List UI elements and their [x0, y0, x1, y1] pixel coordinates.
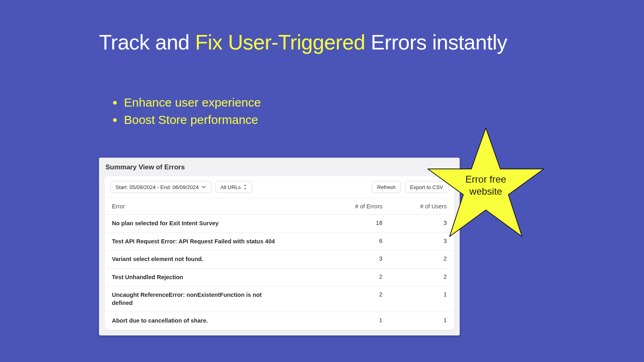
- refresh-button[interactable]: Refresh: [372, 181, 401, 193]
- table-row[interactable]: No plan selected for Exit Intent Survey …: [105, 214, 454, 232]
- feature-bullet-list: Enhance user experience Boost Store perf…: [112, 94, 261, 128]
- cell-error: No plan selected for Exit Intent Survey: [112, 220, 281, 228]
- chevron-down-icon: [201, 185, 206, 189]
- sort-icon: [243, 184, 247, 190]
- url-filter-select[interactable]: All URLs: [215, 181, 253, 193]
- cell-num-errors: 2: [318, 274, 382, 280]
- cell-num-users: 1: [382, 291, 447, 298]
- headline-part2: Errors instantly: [365, 31, 507, 54]
- cell-num-users: 1: [382, 317, 447, 323]
- cell-num-errors: 3: [318, 255, 382, 262]
- cell-num-errors: 1: [318, 317, 382, 323]
- cell-error: Test Unhandled Rejection: [112, 274, 281, 282]
- cell-num-errors: 6: [318, 238, 382, 244]
- page-headline: Track and Fix User-Triggered Errors inst…: [99, 28, 518, 56]
- errors-card: Start: 05/09/2024 - End: 06/09/2024 All …: [105, 176, 454, 330]
- table-row[interactable]: Variant select element not found. 3 2: [105, 250, 454, 268]
- errors-panel: Summary View of Errors Start: 05/09/2024…: [99, 158, 460, 335]
- panel-title: Summary View of Errors: [99, 158, 460, 176]
- headline-part1: Track and: [99, 31, 195, 54]
- feature-bullet-item: Boost Store performance: [123, 111, 261, 129]
- cell-num-users: 2: [382, 255, 447, 262]
- table-header: Error # of Errors # of Users: [105, 198, 454, 214]
- feature-bullet-item: Enhance user experience: [123, 94, 261, 111]
- headline-accent: Fix User-Triggered: [195, 31, 365, 54]
- table-row[interactable]: Abort due to cancellation of share. 1 1: [105, 312, 454, 330]
- panel-toolbar: Start: 05/09/2024 - End: 06/09/2024 All …: [105, 176, 454, 198]
- col-header-error: Error: [112, 203, 318, 210]
- cell-error: Abort due to cancellation of share.: [112, 317, 281, 325]
- star-line1: Error free: [465, 174, 506, 185]
- table-row[interactable]: Test Unhandled Rejection 2 2: [105, 268, 454, 286]
- date-range-select[interactable]: Start: 05/09/2024 - End: 06/09/2024: [110, 181, 211, 193]
- cell-error: Test API Request Error: API Request Fail…: [112, 238, 281, 246]
- table-row[interactable]: Uncaught ReferenceError: nonExistentFunc…: [105, 286, 454, 312]
- cell-error: Uncaught ReferenceError: nonExistentFunc…: [112, 291, 281, 307]
- cell-num-users: 2: [382, 274, 447, 280]
- star-badge: Error free website: [423, 124, 548, 245]
- star-line2: website: [469, 186, 502, 197]
- cell-num-errors: 18: [318, 220, 382, 226]
- cell-error: Variant select element not found.: [112, 255, 281, 263]
- col-header-num-errors: # of Errors: [318, 203, 382, 210]
- cell-num-errors: 2: [318, 291, 382, 298]
- star-badge-text: Error free website: [423, 124, 548, 245]
- table-row[interactable]: Test API Request Error: API Request Fail…: [105, 232, 454, 251]
- date-range-label: Start: 05/09/2024 - End: 06/09/2024: [116, 185, 199, 190]
- url-filter-label: All URLs: [221, 185, 241, 190]
